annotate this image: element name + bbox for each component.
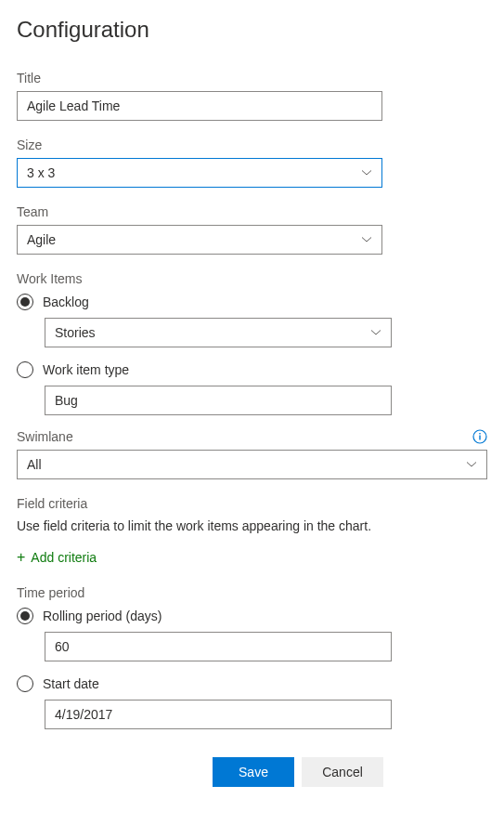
field-criteria-heading: Field criteria	[17, 496, 487, 511]
team-label: Team	[17, 204, 487, 219]
field-criteria-helper: Use field criteria to limit the work ite…	[17, 518, 487, 533]
rolling-period-input[interactable]	[45, 632, 392, 661]
size-label: Size	[17, 137, 487, 152]
size-select[interactable]: 3 x 3	[17, 158, 382, 188]
work-item-type-input[interactable]	[45, 386, 392, 415]
title-label: Title	[17, 71, 487, 85]
add-criteria-button[interactable]: + Add criteria	[17, 550, 487, 565]
backlog-select-value: Stories	[55, 325, 370, 340]
add-criteria-label: Add criteria	[31, 550, 97, 565]
work-item-type-radio[interactable]	[17, 361, 33, 378]
chevron-down-icon	[466, 459, 477, 470]
start-date-radio-label: Start date	[43, 676, 99, 691]
plus-icon: +	[17, 550, 25, 565]
rolling-period-radio-label: Rolling period (days)	[43, 609, 162, 623]
title-input[interactable]	[17, 91, 382, 121]
work-items-heading: Work Items	[17, 271, 487, 286]
team-select-value: Agile	[27, 232, 361, 247]
work-item-type-radio-label: Work item type	[43, 362, 129, 377]
team-select[interactable]: Agile	[17, 225, 382, 255]
chevron-down-icon	[361, 234, 372, 245]
start-date-radio[interactable]	[17, 675, 33, 692]
start-date-input[interactable]	[45, 700, 392, 729]
swimlane-select-value: All	[27, 457, 466, 472]
swimlane-select[interactable]: All	[17, 450, 487, 479]
page-title: Configuration	[17, 17, 487, 43]
backlog-select[interactable]: Stories	[45, 318, 392, 347]
svg-rect-2	[479, 433, 480, 434]
swimlane-label: Swimlane	[17, 429, 73, 444]
time-period-heading: Time period	[17, 585, 487, 600]
chevron-down-icon	[361, 167, 372, 178]
backlog-radio-label: Backlog	[43, 295, 89, 309]
rolling-period-radio[interactable]	[17, 608, 33, 624]
backlog-radio[interactable]	[17, 294, 33, 310]
chevron-down-icon	[370, 327, 381, 338]
info-icon[interactable]	[472, 429, 487, 444]
cancel-button[interactable]: Cancel	[302, 757, 383, 787]
svg-rect-1	[479, 436, 480, 440]
save-button[interactable]: Save	[213, 757, 294, 787]
size-select-value: 3 x 3	[27, 165, 361, 180]
